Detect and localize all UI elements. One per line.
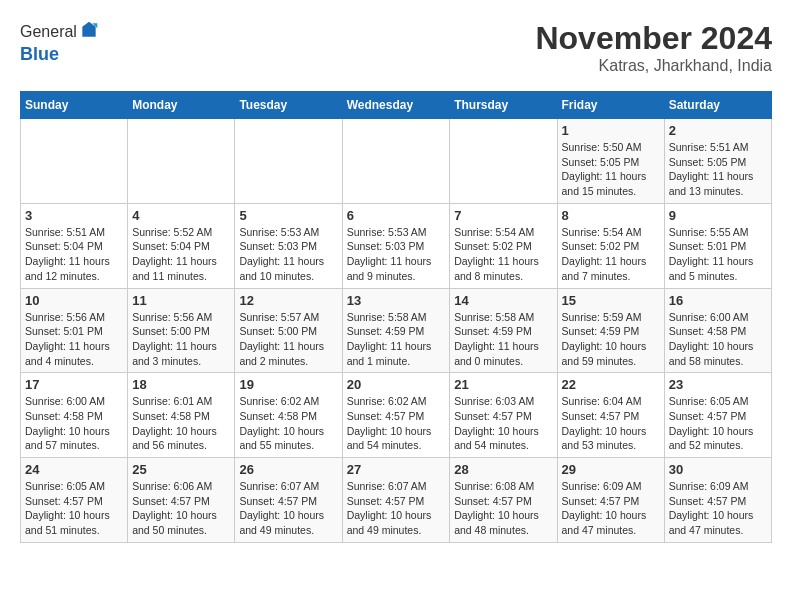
- month-title: November 2024: [535, 20, 772, 57]
- weekday-header-row: SundayMondayTuesdayWednesdayThursdayFrid…: [21, 92, 772, 119]
- calendar-cell: 28Sunrise: 6:08 AM Sunset: 4:57 PM Dayli…: [450, 458, 557, 543]
- day-info: Sunrise: 5:51 AM Sunset: 5:04 PM Dayligh…: [25, 225, 123, 284]
- day-number: 15: [562, 293, 660, 308]
- day-number: 11: [132, 293, 230, 308]
- calendar-cell: 15Sunrise: 5:59 AM Sunset: 4:59 PM Dayli…: [557, 288, 664, 373]
- calendar-cell: 3Sunrise: 5:51 AM Sunset: 5:04 PM Daylig…: [21, 203, 128, 288]
- day-info: Sunrise: 5:54 AM Sunset: 5:02 PM Dayligh…: [454, 225, 552, 284]
- calendar-cell: 11Sunrise: 5:56 AM Sunset: 5:00 PM Dayli…: [128, 288, 235, 373]
- weekday-header-tuesday: Tuesday: [235, 92, 342, 119]
- day-info: Sunrise: 5:55 AM Sunset: 5:01 PM Dayligh…: [669, 225, 767, 284]
- day-number: 8: [562, 208, 660, 223]
- day-number: 3: [25, 208, 123, 223]
- day-number: 22: [562, 377, 660, 392]
- day-info: Sunrise: 5:52 AM Sunset: 5:04 PM Dayligh…: [132, 225, 230, 284]
- day-number: 28: [454, 462, 552, 477]
- page-header: General Blue November 2024 Katras, Jhark…: [20, 20, 772, 75]
- calendar-week-2: 3Sunrise: 5:51 AM Sunset: 5:04 PM Daylig…: [21, 203, 772, 288]
- weekday-header-saturday: Saturday: [664, 92, 771, 119]
- day-number: 26: [239, 462, 337, 477]
- day-number: 1: [562, 123, 660, 138]
- calendar-cell: 23Sunrise: 6:05 AM Sunset: 4:57 PM Dayli…: [664, 373, 771, 458]
- calendar-cell: 6Sunrise: 5:53 AM Sunset: 5:03 PM Daylig…: [342, 203, 450, 288]
- day-number: 14: [454, 293, 552, 308]
- calendar-cell: 4Sunrise: 5:52 AM Sunset: 5:04 PM Daylig…: [128, 203, 235, 288]
- day-number: 17: [25, 377, 123, 392]
- calendar-cell: 30Sunrise: 6:09 AM Sunset: 4:57 PM Dayli…: [664, 458, 771, 543]
- calendar-cell: 13Sunrise: 5:58 AM Sunset: 4:59 PM Dayli…: [342, 288, 450, 373]
- day-number: 19: [239, 377, 337, 392]
- day-info: Sunrise: 5:56 AM Sunset: 5:00 PM Dayligh…: [132, 310, 230, 369]
- weekday-header-friday: Friday: [557, 92, 664, 119]
- day-number: 10: [25, 293, 123, 308]
- day-info: Sunrise: 5:50 AM Sunset: 5:05 PM Dayligh…: [562, 140, 660, 199]
- day-info: Sunrise: 6:02 AM Sunset: 4:58 PM Dayligh…: [239, 394, 337, 453]
- day-number: 23: [669, 377, 767, 392]
- day-info: Sunrise: 6:05 AM Sunset: 4:57 PM Dayligh…: [669, 394, 767, 453]
- day-info: Sunrise: 6:04 AM Sunset: 4:57 PM Dayligh…: [562, 394, 660, 453]
- day-number: 4: [132, 208, 230, 223]
- day-info: Sunrise: 6:07 AM Sunset: 4:57 PM Dayligh…: [239, 479, 337, 538]
- calendar-week-5: 24Sunrise: 6:05 AM Sunset: 4:57 PM Dayli…: [21, 458, 772, 543]
- calendar-cell: 2Sunrise: 5:51 AM Sunset: 5:05 PM Daylig…: [664, 119, 771, 204]
- calendar-cell: [235, 119, 342, 204]
- calendar-week-1: 1Sunrise: 5:50 AM Sunset: 5:05 PM Daylig…: [21, 119, 772, 204]
- day-number: 13: [347, 293, 446, 308]
- calendar-cell: 24Sunrise: 6:05 AM Sunset: 4:57 PM Dayli…: [21, 458, 128, 543]
- day-number: 25: [132, 462, 230, 477]
- calendar-cell: [342, 119, 450, 204]
- weekday-header-monday: Monday: [128, 92, 235, 119]
- day-number: 18: [132, 377, 230, 392]
- day-info: Sunrise: 6:06 AM Sunset: 4:57 PM Dayligh…: [132, 479, 230, 538]
- calendar-cell: 16Sunrise: 6:00 AM Sunset: 4:58 PM Dayli…: [664, 288, 771, 373]
- logo-blue-text: Blue: [20, 44, 59, 64]
- title-section: November 2024 Katras, Jharkhand, India: [535, 20, 772, 75]
- day-number: 12: [239, 293, 337, 308]
- day-number: 6: [347, 208, 446, 223]
- calendar-cell: [21, 119, 128, 204]
- day-number: 27: [347, 462, 446, 477]
- day-info: Sunrise: 5:58 AM Sunset: 4:59 PM Dayligh…: [347, 310, 446, 369]
- day-number: 24: [25, 462, 123, 477]
- day-info: Sunrise: 5:53 AM Sunset: 5:03 PM Dayligh…: [239, 225, 337, 284]
- calendar-cell: 27Sunrise: 6:07 AM Sunset: 4:57 PM Dayli…: [342, 458, 450, 543]
- calendar-cell: 21Sunrise: 6:03 AM Sunset: 4:57 PM Dayli…: [450, 373, 557, 458]
- calendar-cell: 19Sunrise: 6:02 AM Sunset: 4:58 PM Dayli…: [235, 373, 342, 458]
- calendar-header: SundayMondayTuesdayWednesdayThursdayFrid…: [21, 92, 772, 119]
- day-info: Sunrise: 6:05 AM Sunset: 4:57 PM Dayligh…: [25, 479, 123, 538]
- calendar-cell: 7Sunrise: 5:54 AM Sunset: 5:02 PM Daylig…: [450, 203, 557, 288]
- day-number: 7: [454, 208, 552, 223]
- day-number: 5: [239, 208, 337, 223]
- day-info: Sunrise: 5:51 AM Sunset: 5:05 PM Dayligh…: [669, 140, 767, 199]
- day-info: Sunrise: 6:01 AM Sunset: 4:58 PM Dayligh…: [132, 394, 230, 453]
- day-info: Sunrise: 5:54 AM Sunset: 5:02 PM Dayligh…: [562, 225, 660, 284]
- calendar-cell: 9Sunrise: 5:55 AM Sunset: 5:01 PM Daylig…: [664, 203, 771, 288]
- calendar-cell: 8Sunrise: 5:54 AM Sunset: 5:02 PM Daylig…: [557, 203, 664, 288]
- weekday-header-wednesday: Wednesday: [342, 92, 450, 119]
- day-number: 21: [454, 377, 552, 392]
- calendar-cell: 22Sunrise: 6:04 AM Sunset: 4:57 PM Dayli…: [557, 373, 664, 458]
- day-number: 2: [669, 123, 767, 138]
- day-info: Sunrise: 5:58 AM Sunset: 4:59 PM Dayligh…: [454, 310, 552, 369]
- day-info: Sunrise: 5:56 AM Sunset: 5:01 PM Dayligh…: [25, 310, 123, 369]
- day-number: 29: [562, 462, 660, 477]
- calendar-cell: 14Sunrise: 5:58 AM Sunset: 4:59 PM Dayli…: [450, 288, 557, 373]
- day-info: Sunrise: 5:59 AM Sunset: 4:59 PM Dayligh…: [562, 310, 660, 369]
- calendar-cell: 25Sunrise: 6:06 AM Sunset: 4:57 PM Dayli…: [128, 458, 235, 543]
- day-number: 16: [669, 293, 767, 308]
- day-info: Sunrise: 6:00 AM Sunset: 4:58 PM Dayligh…: [669, 310, 767, 369]
- day-number: 20: [347, 377, 446, 392]
- day-info: Sunrise: 6:09 AM Sunset: 4:57 PM Dayligh…: [562, 479, 660, 538]
- calendar-cell: 1Sunrise: 5:50 AM Sunset: 5:05 PM Daylig…: [557, 119, 664, 204]
- logo-icon: [79, 20, 99, 40]
- day-info: Sunrise: 6:09 AM Sunset: 4:57 PM Dayligh…: [669, 479, 767, 538]
- calendar-cell: 18Sunrise: 6:01 AM Sunset: 4:58 PM Dayli…: [128, 373, 235, 458]
- calendar-cell: [128, 119, 235, 204]
- calendar-table: SundayMondayTuesdayWednesdayThursdayFrid…: [20, 91, 772, 543]
- day-number: 9: [669, 208, 767, 223]
- logo-general-text: General: [20, 23, 77, 41]
- day-info: Sunrise: 5:57 AM Sunset: 5:00 PM Dayligh…: [239, 310, 337, 369]
- day-info: Sunrise: 6:00 AM Sunset: 4:58 PM Dayligh…: [25, 394, 123, 453]
- day-number: 30: [669, 462, 767, 477]
- calendar-body: 1Sunrise: 5:50 AM Sunset: 5:05 PM Daylig…: [21, 119, 772, 543]
